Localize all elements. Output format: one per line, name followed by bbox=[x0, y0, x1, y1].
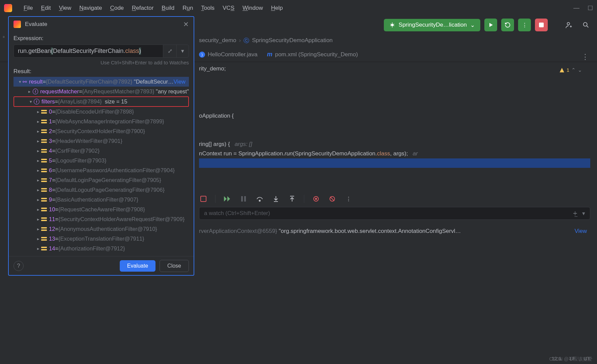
chevron-right-icon[interactable] bbox=[35, 119, 41, 124]
svg-rect-4 bbox=[241, 196, 243, 202]
watermark: CSDN @不应该热爱 bbox=[549, 356, 592, 362]
chevron-down-icon[interactable] bbox=[28, 99, 34, 104]
menu-code[interactable]: Code bbox=[107, 3, 127, 13]
chevron-right-icon[interactable] bbox=[35, 168, 41, 173]
breakpoint-icon[interactable] bbox=[312, 194, 320, 203]
tree-row[interactable]: 2 = {SecurityContextHolderFilter@7900} bbox=[13, 126, 189, 136]
array-icon bbox=[41, 129, 47, 134]
tree-row[interactable]: 3 = {HeaderWriterFilter@7901} bbox=[13, 136, 189, 146]
add-watch-icon[interactable]: +̲ bbox=[573, 210, 577, 217]
tab-hello-controller[interactable]: ) HelloController.java bbox=[199, 51, 257, 58]
breadcrumb-file[interactable]: SpringSecurityDemoApplication bbox=[252, 37, 333, 44]
breadcrumb-parent[interactable]: security_demo bbox=[199, 37, 236, 44]
stop-button[interactable] bbox=[535, 19, 548, 31]
svg-point-2 bbox=[567, 23, 570, 25]
chevron-right-icon[interactable] bbox=[35, 109, 41, 114]
view-link[interactable]: View bbox=[574, 228, 590, 235]
search-icon[interactable] bbox=[579, 19, 592, 31]
mute-breakpoints-icon[interactable] bbox=[328, 194, 337, 203]
code-line: ring[] args) { args: [] bbox=[199, 140, 590, 149]
evaluate-button[interactable]: Evaluate bbox=[120, 260, 155, 272]
chevron-right-icon[interactable] bbox=[35, 178, 41, 183]
menu-view[interactable]: View bbox=[56, 3, 75, 13]
code-editor[interactable]: 1 ⌃⌄ rity_demo; oApplication { ring[] ar… bbox=[199, 64, 590, 168]
chevron-right-icon[interactable] bbox=[35, 129, 41, 134]
warning-badge[interactable]: 1 ⌃⌄ bbox=[559, 65, 582, 75]
tree-row[interactable]: 11 = {SecurityContextHolderAwareRequestF… bbox=[13, 214, 189, 224]
tree-row-filters[interactable]: f filters = {ArrayList@7894} size = 15 bbox=[13, 96, 189, 107]
chevron-right-icon[interactable] bbox=[27, 89, 33, 94]
rerun-button[interactable] bbox=[501, 19, 514, 31]
menu-navigate[interactable]: Navigate bbox=[76, 3, 105, 13]
chevron-right-icon: › bbox=[239, 37, 241, 44]
run-button[interactable] bbox=[484, 19, 497, 31]
expression-input[interactable]: run.getBean(DefaultSecurityFilterChain.c… bbox=[13, 44, 163, 58]
tab-menu-icon[interactable]: ⋮ bbox=[581, 53, 589, 61]
menu-refactor[interactable]: Refactor bbox=[129, 3, 157, 13]
watch-dropdown-icon[interactable]: ▾ bbox=[582, 210, 585, 217]
stop-debug-icon[interactable] bbox=[199, 194, 208, 203]
pause-icon[interactable] bbox=[239, 194, 248, 203]
chevron-right-icon[interactable] bbox=[35, 139, 41, 144]
tree-row[interactable]: 14 = {AuthorizationFilter@7912} bbox=[13, 244, 189, 253]
chevron-right-icon[interactable] bbox=[35, 207, 41, 212]
tree-root[interactable]: ⚯ result = {DefaultSecurityFilterChain@7… bbox=[13, 77, 189, 87]
project-tool-icon[interactable]: ▫ bbox=[3, 34, 11, 42]
tree-row[interactable]: 7 = {DefaultLoginPageGeneratingFilter@79… bbox=[13, 175, 189, 185]
tree-row[interactable]: 13 = {ExceptionTranslationFilter@7911} bbox=[13, 234, 189, 244]
history-dropdown-icon[interactable]: ▾ bbox=[177, 44, 189, 58]
menu-run[interactable]: Run bbox=[179, 3, 196, 13]
help-icon[interactable]: ? bbox=[13, 261, 24, 271]
tree-row[interactable]: 10 = {RequestCacheAwareFilter@7908} bbox=[13, 205, 189, 214]
menu-file[interactable]: File bbox=[20, 3, 36, 13]
view-link[interactable]: View bbox=[174, 79, 189, 85]
step-into-icon[interactable] bbox=[272, 194, 280, 203]
result-tree[interactable]: ⚯ result = {DefaultSecurityFilterChain@7… bbox=[13, 77, 189, 256]
window-maximize[interactable]: ☐ bbox=[588, 4, 593, 12]
chevron-right-icon[interactable] bbox=[35, 187, 41, 192]
tab-pom-xml[interactable]: m pom.xml (SpringSecurity_Demo) bbox=[267, 51, 358, 58]
tree-row[interactable]: 4 = {CsrfFilter@7902} bbox=[13, 146, 189, 156]
menu-window[interactable]: Window bbox=[239, 3, 266, 13]
step-over-icon[interactable] bbox=[255, 194, 264, 203]
chevron-right-icon[interactable] bbox=[35, 246, 41, 251]
chevron-right-icon[interactable] bbox=[35, 236, 41, 241]
chevron-right-icon[interactable] bbox=[35, 197, 41, 202]
tree-row[interactable]: 12 = {AnonymousAuthenticationFilter@7910… bbox=[13, 224, 189, 234]
variable-row[interactable]: rverApplicationContext@6559} "org.spring… bbox=[199, 228, 590, 235]
tree-row[interactable]: 0 = {DisableEncodeUrlFilter@7898} bbox=[13, 107, 189, 117]
tree-row[interactable]: 5 = {LogoutFilter@7903} bbox=[13, 156, 189, 165]
chevron-right-icon[interactable] bbox=[35, 217, 41, 222]
expand-icon[interactable]: ⤢ bbox=[163, 44, 177, 58]
chevron-down-icon[interactable] bbox=[18, 79, 23, 84]
close-button[interactable]: Close bbox=[160, 260, 189, 272]
menu-tools[interactable]: Tools bbox=[198, 3, 218, 13]
tree-row[interactable]: 1 = {WebAsyncManagerIntegrationFilter@78… bbox=[13, 117, 189, 126]
resume-icon[interactable] bbox=[223, 194, 232, 203]
tree-row[interactable]: 6 = {UsernamePasswordAuthenticationFilte… bbox=[13, 165, 189, 175]
svg-rect-1 bbox=[539, 23, 544, 27]
field-icon: f bbox=[34, 99, 39, 104]
svg-point-3 bbox=[584, 23, 587, 26]
watch-input[interactable]: a watch (Ctrl+Shift+Enter) +̲ ▾ bbox=[199, 207, 590, 220]
run-config-selector[interactable]: SpringSecurityDe…lication ⌄ bbox=[384, 19, 480, 31]
chevron-right-icon[interactable] bbox=[35, 148, 41, 153]
menu-vcs[interactable]: VCS bbox=[219, 3, 238, 13]
menu-help[interactable]: Help bbox=[267, 3, 286, 13]
array-icon bbox=[41, 236, 47, 241]
more-run-button[interactable]: ⋮ bbox=[518, 19, 531, 31]
add-user-icon[interactable] bbox=[563, 19, 575, 31]
array-icon bbox=[41, 197, 47, 202]
dialog-title: Evaluate bbox=[25, 21, 47, 28]
menu-edit[interactable]: Edit bbox=[37, 3, 54, 13]
debug-more-icon[interactable]: ⋮ bbox=[344, 194, 353, 203]
chevron-right-icon[interactable] bbox=[35, 226, 41, 232]
tree-row[interactable]: 9 = {BasicAuthenticationFilter@7907} bbox=[13, 195, 189, 205]
close-icon[interactable]: ✕ bbox=[183, 20, 189, 28]
window-minimize[interactable]: — bbox=[573, 4, 579, 12]
tree-row[interactable]: 8 = {DefaultLogoutPageGeneratingFilter@7… bbox=[13, 185, 189, 195]
step-out-icon[interactable] bbox=[288, 194, 296, 203]
tree-row[interactable]: f requestMatcher = {AnyRequestMatcher@78… bbox=[13, 87, 189, 96]
chevron-right-icon[interactable] bbox=[35, 158, 41, 163]
menu-build[interactable]: Build bbox=[158, 3, 178, 13]
